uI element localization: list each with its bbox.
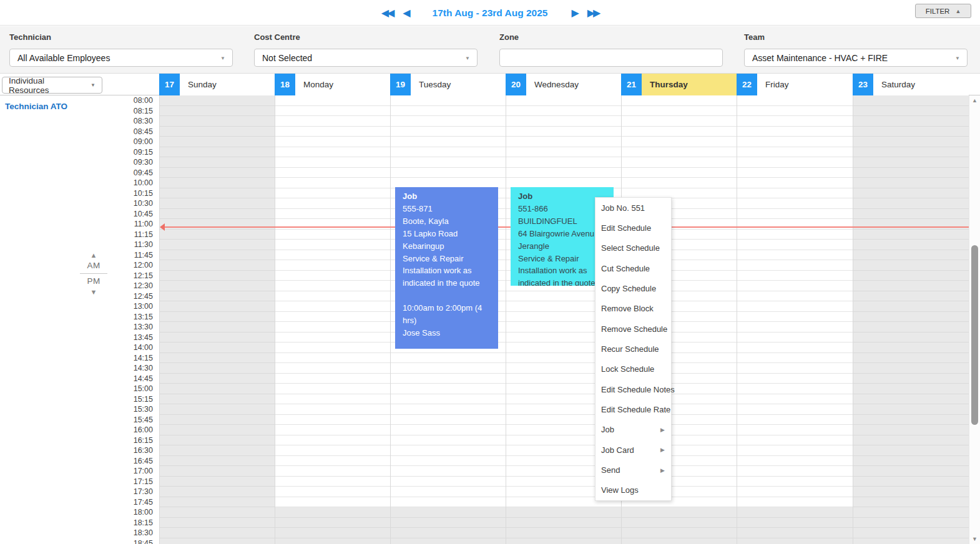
schedule-cell[interactable] — [275, 168, 390, 178]
schedule-cell[interactable] — [160, 445, 275, 456]
schedule-cell[interactable] — [160, 230, 275, 240]
schedule-cell[interactable] — [622, 518, 737, 528]
schedule-cell[interactable] — [622, 157, 737, 168]
schedule-cell[interactable] — [275, 240, 390, 250]
schedule-cell[interactable] — [275, 198, 390, 209]
schedule-cell[interactable] — [853, 477, 969, 487]
filter-button[interactable]: FILTER ▲ — [915, 4, 971, 18]
schedule-cell[interactable] — [622, 528, 737, 538]
schedule-cell[interactable] — [160, 507, 275, 518]
schedule-cell[interactable] — [737, 333, 853, 343]
schedule-cell[interactable] — [160, 342, 275, 353]
schedule-cell[interactable] — [160, 147, 275, 158]
schedule-cell[interactable] — [853, 95, 969, 106]
schedule-cell[interactable] — [275, 538, 390, 544]
schedule-cell[interactable] — [160, 477, 275, 487]
menu-item-copy-schedule[interactable]: Copy Schedule — [595, 278, 671, 298]
schedule-cell[interactable] — [737, 209, 853, 220]
menu-item-send[interactable]: Send▶ — [595, 460, 671, 480]
menu-item-job-no-551[interactable]: Job No. 551 — [595, 198, 671, 218]
day-header-wednesday[interactable]: 20Wednesday — [506, 74, 621, 95]
menu-item-remove-schedule[interactable]: Remove Schedule — [595, 319, 671, 339]
schedule-cell[interactable] — [275, 518, 390, 528]
schedule-cell[interactable] — [160, 312, 275, 323]
schedule-cell[interactable] — [853, 363, 969, 374]
scrollbar-down-icon[interactable]: ▼ — [969, 536, 980, 542]
schedule-cell[interactable] — [737, 487, 853, 497]
schedule-cell[interactable] — [275, 353, 390, 364]
schedule-cell[interactable] — [391, 477, 506, 487]
schedule-cell[interactable] — [391, 147, 506, 158]
schedule-cell[interactable] — [737, 497, 853, 508]
schedule-cell[interactable] — [275, 466, 390, 477]
schedule-cell[interactable] — [737, 518, 853, 528]
schedule-cell[interactable] — [853, 219, 969, 230]
schedule-cell[interactable] — [853, 425, 969, 435]
schedule-cell[interactable] — [622, 106, 737, 117]
schedule-cell[interactable] — [737, 219, 853, 230]
schedule-cell[interactable] — [853, 497, 969, 508]
team-select[interactable]: Asset Maintenance - HVAC + FIRE ▼ — [744, 49, 968, 67]
schedule-cell[interactable] — [275, 157, 390, 168]
schedule-cell[interactable] — [275, 363, 390, 374]
schedule-cell[interactable] — [853, 291, 969, 302]
schedule-cell[interactable] — [275, 260, 390, 271]
schedule-cell[interactable] — [853, 127, 969, 137]
schedule-cell[interactable] — [853, 322, 969, 333]
menu-item-lock-schedule[interactable]: Lock Schedule — [595, 359, 671, 379]
schedule-cell[interactable] — [160, 487, 275, 497]
schedule-cell[interactable] — [160, 219, 275, 230]
schedule-cell[interactable] — [506, 127, 621, 137]
schedule-cell[interactable] — [160, 116, 275, 127]
view-mode-select[interactable]: Individual Resources ▼ — [2, 77, 102, 94]
schedule-cell[interactable] — [391, 374, 506, 384]
schedule-cell[interactable] — [275, 271, 390, 281]
schedule-cell[interactable] — [506, 157, 621, 168]
technician-select[interactable]: All Available Employees ▼ — [9, 49, 233, 67]
schedule-cell[interactable] — [506, 507, 621, 518]
schedule-cell[interactable] — [391, 106, 506, 117]
schedule-cell[interactable] — [160, 260, 275, 271]
schedule-cell[interactable] — [275, 250, 390, 261]
schedule-cell[interactable] — [160, 209, 275, 220]
schedule-cell[interactable] — [506, 137, 621, 147]
schedule-cell[interactable] — [391, 497, 506, 508]
schedule-cell[interactable] — [506, 147, 621, 158]
schedule-cell[interactable] — [275, 456, 390, 467]
schedule-cell[interactable] — [275, 291, 390, 302]
schedule-cell[interactable] — [275, 333, 390, 343]
schedule-cell[interactable] — [853, 209, 969, 220]
schedule-cell[interactable] — [737, 301, 853, 312]
schedule-cell[interactable] — [275, 384, 390, 394]
schedule-cell[interactable] — [160, 271, 275, 281]
schedule-cell[interactable] — [853, 137, 969, 147]
schedule-cell[interactable] — [737, 342, 853, 353]
schedule-cell[interactable] — [160, 178, 275, 188]
schedule-cell[interactable] — [737, 291, 853, 302]
menu-item-edit-schedule-rate[interactable]: Edit Schedule Rate — [595, 399, 671, 419]
schedule-cell[interactable] — [737, 528, 853, 538]
schedule-cell[interactable] — [391, 363, 506, 374]
schedule-cell[interactable] — [737, 312, 853, 323]
schedule-cell[interactable] — [160, 137, 275, 147]
schedule-cell[interactable] — [160, 188, 275, 199]
menu-item-job-card[interactable]: Job Card▶ — [595, 440, 671, 460]
schedule-cell[interactable] — [391, 435, 506, 446]
schedule-cell[interactable] — [737, 157, 853, 168]
schedule-cell[interactable] — [622, 178, 737, 188]
schedule-cell[interactable] — [160, 106, 275, 117]
schedule-cell[interactable] — [506, 116, 621, 127]
schedule-cell[interactable] — [160, 198, 275, 209]
schedule-cell[interactable] — [160, 384, 275, 394]
schedule-cell[interactable] — [391, 456, 506, 467]
schedule-cell[interactable] — [853, 301, 969, 312]
schedule-cell[interactable] — [275, 477, 390, 487]
schedule-cell[interactable] — [737, 404, 853, 415]
schedule-cell[interactable] — [853, 518, 969, 528]
resource-technician-ato[interactable]: Technician ATO — [5, 102, 67, 111]
job-block-555-871[interactable]: Job555-871Boote, Kayla15 Lapko RoadKebar… — [395, 187, 498, 349]
schedule-cell[interactable] — [275, 415, 390, 425]
schedule-cell[interactable] — [275, 178, 390, 188]
vertical-scrollbar[interactable]: ▲ ▼ — [969, 95, 980, 544]
schedule-cell[interactable] — [506, 518, 621, 528]
